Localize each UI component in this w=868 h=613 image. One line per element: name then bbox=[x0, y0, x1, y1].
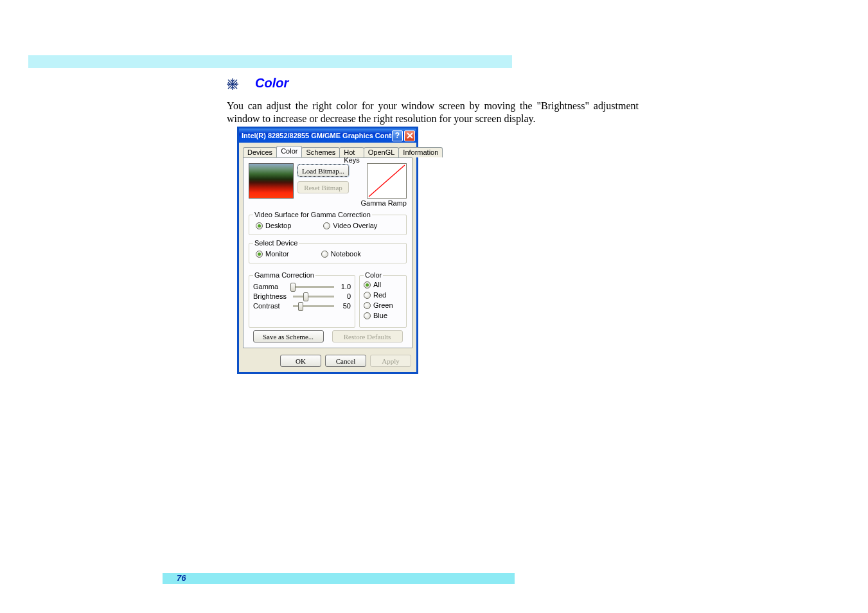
tab-information[interactable]: Information bbox=[398, 147, 443, 157]
gamma-ramp-preview bbox=[367, 163, 407, 199]
radio-video-overlay[interactable]: Video Overlay bbox=[323, 222, 377, 229]
radio-icon bbox=[321, 251, 328, 258]
tab-hotkeys[interactable]: Hot Keys bbox=[339, 147, 364, 157]
radio-color-all[interactable]: All bbox=[364, 281, 402, 289]
radio-video-overlay-label: Video Overlay bbox=[333, 222, 377, 229]
radio-notebook-label: Notebook bbox=[331, 250, 361, 258]
radio-monitor-label: Monitor bbox=[265, 250, 289, 258]
group-select-device: Select Device Monitor Notebook bbox=[249, 239, 407, 263]
group-select-device-legend: Select Device bbox=[253, 239, 299, 247]
radio-color-all-label: All bbox=[373, 281, 381, 289]
slider-track[interactable] bbox=[293, 296, 334, 298]
reset-bitmap-button: Reset Bitmap bbox=[297, 181, 349, 193]
dialog-button-row: OK Cancel Apply bbox=[239, 352, 416, 372]
radio-icon bbox=[364, 302, 371, 309]
slider-contrast-value: 50 bbox=[337, 302, 351, 310]
titlebar[interactable]: Intel(R) 82852/82855 GM/GME Graphics Con… bbox=[239, 129, 416, 143]
slider-gamma-value: 1.0 bbox=[337, 283, 351, 290]
load-bitmap-button[interactable]: Load Bitmap... bbox=[297, 164, 349, 177]
slider-gamma-label: Gamma bbox=[253, 283, 290, 290]
slider-track[interactable] bbox=[293, 305, 334, 307]
group-color: Color All Red Green bbox=[359, 271, 407, 328]
radio-notebook[interactable]: Notebook bbox=[321, 250, 361, 258]
slider-thumb-icon[interactable] bbox=[290, 283, 296, 292]
slider-track[interactable] bbox=[293, 286, 334, 288]
slider-brightness-value: 0 bbox=[337, 292, 351, 300]
apply-button: Apply bbox=[370, 355, 411, 367]
save-scheme-button[interactable]: Save as Scheme... bbox=[253, 330, 324, 342]
tab-opengl[interactable]: OpenGL bbox=[364, 147, 400, 157]
radio-color-red-label: Red bbox=[373, 291, 386, 299]
radio-color-blue[interactable]: Blue bbox=[364, 312, 402, 319]
group-video-surface-legend: Video Surface for Gamma Correction bbox=[253, 211, 372, 218]
snowflake-bullet-icon bbox=[226, 78, 239, 91]
svg-line-4 bbox=[369, 165, 405, 197]
restore-defaults-button: Restore Defaults bbox=[332, 330, 403, 342]
window-title: Intel(R) 82852/82855 GM/GME Graphics Con… bbox=[242, 132, 392, 139]
tab-devices[interactable]: Devices bbox=[243, 147, 277, 157]
radio-icon bbox=[364, 292, 371, 299]
slider-gamma[interactable]: Gamma 1.0 bbox=[253, 283, 351, 290]
radio-color-green-label: Green bbox=[373, 301, 393, 309]
slider-brightness[interactable]: Brightness 0 bbox=[253, 292, 351, 300]
help-button[interactable]: ? bbox=[392, 130, 403, 141]
radio-icon bbox=[256, 222, 263, 229]
slider-thumb-icon[interactable] bbox=[303, 292, 308, 301]
ok-button[interactable]: OK bbox=[280, 355, 321, 367]
tab-panel-color: Load Bitmap... Reset Bitmap Gamma Ramp V… bbox=[243, 157, 412, 348]
group-video-surface: Video Surface for Gamma Correction Deskt… bbox=[249, 211, 407, 235]
radio-color-blue-label: Blue bbox=[373, 312, 387, 319]
group-gamma-correction: Gamma Correction Gamma 1.0 Brightness 0 … bbox=[249, 271, 355, 328]
gamma-ramp-label: Gamma Ramp bbox=[360, 199, 407, 207]
group-gamma-correction-legend: Gamma Correction bbox=[253, 271, 315, 279]
radio-desktop[interactable]: Desktop bbox=[256, 222, 291, 229]
body-paragraph: You can adjust the right color for your … bbox=[227, 100, 639, 125]
cancel-button[interactable]: Cancel bbox=[325, 355, 366, 367]
slider-thumb-icon[interactable] bbox=[298, 302, 303, 311]
radio-desktop-label: Desktop bbox=[265, 222, 291, 229]
slider-contrast-label: Contrast bbox=[253, 302, 290, 310]
slider-brightness-label: Brightness bbox=[253, 292, 290, 300]
bitmap-preview bbox=[249, 163, 294, 199]
footer-bar bbox=[163, 573, 515, 584]
radio-monitor[interactable]: Monitor bbox=[256, 250, 289, 258]
page-number: 76 bbox=[177, 573, 186, 583]
slider-contrast[interactable]: Contrast 50 bbox=[253, 302, 351, 310]
radio-icon bbox=[364, 312, 371, 319]
radio-icon bbox=[364, 281, 371, 289]
tab-strip: Devices Color Schemes Hot Keys OpenGL In… bbox=[243, 146, 412, 157]
group-color-legend: Color bbox=[364, 271, 383, 279]
radio-icon bbox=[256, 251, 263, 258]
tab-color[interactable]: Color bbox=[276, 146, 302, 157]
tab-schemes[interactable]: Schemes bbox=[301, 147, 340, 157]
radio-color-green[interactable]: Green bbox=[364, 301, 402, 309]
radio-icon bbox=[323, 222, 330, 229]
header-bar bbox=[28, 55, 512, 68]
radio-color-red[interactable]: Red bbox=[364, 291, 402, 299]
properties-dialog: Intel(R) 82852/82855 GM/GME Graphics Con… bbox=[237, 127, 418, 374]
close-button[interactable] bbox=[404, 130, 415, 141]
section-heading: Color bbox=[255, 76, 288, 91]
